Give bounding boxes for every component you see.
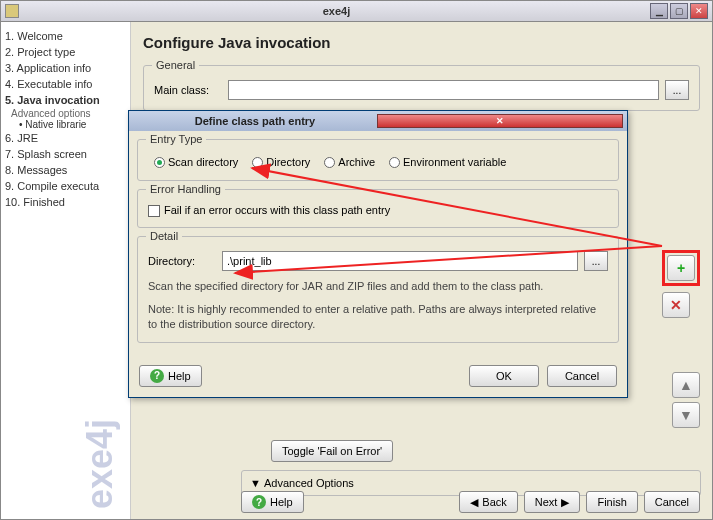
- triangle-right-icon: ▶: [561, 496, 569, 509]
- classpath-entry-dialog: Define class path entry ✕ Entry Type Sca…: [128, 110, 628, 398]
- step-messages[interactable]: 8. Messages: [5, 162, 126, 178]
- checkbox-icon: [148, 205, 160, 217]
- step-project-type[interactable]: 2. Project type: [5, 44, 126, 60]
- dialog-cancel-button[interactable]: Cancel: [547, 365, 617, 387]
- dialog-ok-button[interactable]: OK: [469, 365, 539, 387]
- dialog-titlebar: Define class path entry ✕: [129, 111, 627, 131]
- radio-env-var[interactable]: Environment variable: [389, 156, 506, 168]
- radio-icon: [389, 157, 400, 168]
- triangle-left-icon: ◀: [470, 496, 478, 509]
- step-welcome[interactable]: 1. Welcome: [5, 28, 126, 44]
- dialog-help-button[interactable]: ?Help: [139, 365, 202, 387]
- detail-legend: Detail: [146, 230, 182, 242]
- next-button[interactable]: Next ▶: [524, 491, 581, 513]
- classpath-action-buttons: + ✕: [662, 250, 700, 318]
- step-executable-info[interactable]: 4. Executable info: [5, 76, 126, 92]
- step-jre[interactable]: 6. JRE: [5, 130, 126, 146]
- step-finished[interactable]: 10. Finished: [5, 194, 126, 210]
- radio-icon: [324, 157, 335, 168]
- finish-button[interactable]: Finish: [586, 491, 637, 513]
- step-java-invocation[interactable]: 5. Java invocation: [5, 92, 126, 108]
- radio-icon: [154, 157, 165, 168]
- help-icon: ?: [252, 495, 266, 509]
- cancel-button[interactable]: Cancel: [644, 491, 700, 513]
- chevron-down-icon: ▼: [250, 477, 261, 489]
- radio-directory[interactable]: Directory: [252, 156, 310, 168]
- detail-fieldset: Detail Directory: ... Scan the specified…: [137, 236, 619, 343]
- window-titlebar: exe4j ▁ ▢ ✕: [0, 0, 713, 22]
- directory-input[interactable]: [222, 251, 578, 271]
- help-button[interactable]: ?Help: [241, 491, 304, 513]
- dialog-title: Define class path entry: [133, 115, 377, 127]
- radio-archive[interactable]: Archive: [324, 156, 375, 168]
- entry-type-legend: Entry Type: [146, 133, 206, 145]
- main-class-label: Main class:: [154, 84, 222, 96]
- error-handling-legend: Error Handling: [146, 183, 225, 195]
- window-title: exe4j: [25, 5, 648, 17]
- remove-entry-button[interactable]: ✕: [662, 292, 690, 318]
- maximize-button[interactable]: ▢: [670, 3, 688, 19]
- native-libraries-item[interactable]: • Native librarie: [5, 119, 126, 130]
- detail-description: Scan the specified directory for JAR and…: [148, 279, 608, 294]
- error-handling-fieldset: Error Handling Fail if an error occurs w…: [137, 189, 619, 228]
- minimize-button[interactable]: ▁: [650, 3, 668, 19]
- move-down-button[interactable]: ▼: [672, 402, 700, 428]
- directory-label: Directory:: [148, 255, 216, 267]
- general-legend: General: [152, 59, 199, 71]
- watermark-text: exe4j: [79, 419, 121, 509]
- main-class-browse-button[interactable]: ...: [665, 80, 689, 100]
- fail-on-error-checkbox[interactable]: Fail if an error occurs with this class …: [148, 204, 390, 216]
- step-compile[interactable]: 9. Compile executa: [5, 178, 126, 194]
- toggle-fail-button[interactable]: Toggle 'Fail on Error': [271, 440, 393, 462]
- radio-scan-directory[interactable]: Scan directory: [154, 156, 238, 168]
- directory-browse-button[interactable]: ...: [584, 251, 608, 271]
- step-application-info[interactable]: 3. Application info: [5, 60, 126, 76]
- detail-note: Note: It is highly recommended to enter …: [148, 302, 608, 332]
- page-title: Configure Java invocation: [143, 34, 700, 51]
- radio-icon: [252, 157, 263, 168]
- dialog-footer: ?Help OK Cancel: [129, 359, 627, 397]
- dialog-close-button[interactable]: ✕: [377, 114, 623, 128]
- general-fieldset: General Main class: ...: [143, 65, 700, 111]
- step-splash[interactable]: 7. Splash screen: [5, 146, 126, 162]
- entry-type-fieldset: Entry Type Scan directory Directory Arch…: [137, 139, 619, 181]
- wizard-sidebar: 1. Welcome 2. Project type 3. Applicatio…: [1, 22, 131, 519]
- move-up-button[interactable]: ▲: [672, 372, 700, 398]
- back-button[interactable]: ◀ Back: [459, 491, 517, 513]
- close-button[interactable]: ✕: [690, 3, 708, 19]
- help-icon: ?: [150, 369, 164, 383]
- add-entry-button[interactable]: +: [667, 255, 695, 281]
- classpath-move-buttons: ▲ ▼: [672, 372, 700, 428]
- main-class-input[interactable]: [228, 80, 659, 100]
- advanced-options-label: Advanced options: [5, 108, 126, 119]
- advanced-options-label: Advanced Options: [264, 477, 354, 489]
- add-button-highlight: +: [662, 250, 700, 286]
- wizard-footer: ?Help ◀ Back Next ▶ Finish Cancel: [241, 491, 700, 513]
- app-icon: [5, 4, 19, 18]
